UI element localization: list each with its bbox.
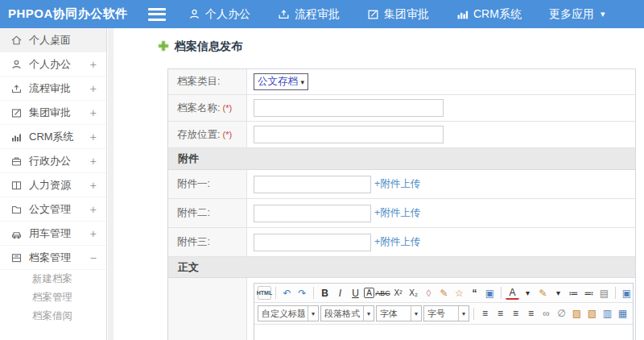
align-justify-icon[interactable]: ≡ (524, 307, 538, 321)
fullscreen-monitor-icon[interactable]: ▣ (620, 286, 634, 300)
editor-content-area[interactable] (254, 325, 633, 340)
custom-title-select[interactable]: 自定义标题 ▾ (258, 305, 319, 321)
link-icon[interactable]: ∞ (539, 307, 553, 321)
format-brush-icon[interactable]: ✎ (437, 286, 451, 300)
sidebar-subitem-archive-manage[interactable]: 档案管理 (0, 288, 106, 307)
attachment2-label: 附件二: (177, 206, 210, 220)
caret-down-icon[interactable]: ▾ (551, 286, 565, 300)
attachment3-input[interactable] (254, 234, 371, 251)
insert-media-icon[interactable]: ▥ (601, 307, 614, 321)
topnav-label: 流程审批 (295, 7, 340, 22)
app-logo: PHPOA协同办公软件 (0, 6, 137, 22)
sidebar-subitem-new-archive[interactable]: 新建档案 (0, 270, 106, 288)
insert-table-icon[interactable]: ▦ (616, 307, 630, 321)
location-label: 存放位置: (177, 128, 220, 142)
redo-icon[interactable]: ↷ (295, 286, 309, 300)
strikethrough-button[interactable]: ABC (376, 286, 390, 300)
topnav-workflow-approval[interactable]: 流程审批 (278, 7, 340, 22)
expand-plus-icon[interactable]: + (90, 106, 97, 119)
align-center-icon[interactable]: ≡ (493, 307, 507, 321)
expand-plus-icon[interactable]: + (90, 131, 97, 143)
attachment2-input[interactable] (254, 205, 371, 222)
attachment3-upload-link[interactable]: +附件上传 (374, 235, 420, 249)
subscript-button[interactable]: X₂ (407, 286, 420, 300)
undo-icon[interactable]: ↶ (280, 286, 294, 300)
ordered-list-icon[interactable]: ≔ (567, 286, 580, 300)
attachment2-upload-link[interactable]: +附件上传 (374, 206, 420, 220)
rich-text-editor: HTML ↶ ↷ B I U A ABC X² X₂ ◊ (254, 283, 634, 340)
new-document-icon[interactable]: ▤ (597, 286, 611, 300)
font-style-button[interactable]: A (364, 288, 374, 298)
topnav-crm[interactable]: CRM系统 (456, 7, 522, 22)
unordered-list-icon[interactable]: ≕ (582, 286, 596, 300)
editor-cell: HTML ↶ ↷ B I U A ABC X² X₂ ◊ (247, 278, 640, 340)
insert-image-icon[interactable]: ▨ (570, 307, 584, 321)
archive-name-input[interactable] (254, 99, 444, 117)
insert-image-alt-icon[interactable]: ▧ (585, 307, 599, 321)
category-select[interactable]: 公文存档 ▾ (254, 73, 308, 90)
sidebar-item-label: 个人桌面 (29, 33, 97, 48)
bold-button[interactable]: B (318, 286, 332, 300)
required-mark: (*) (222, 103, 232, 113)
name-label: 档案名称: (177, 102, 220, 115)
sidebar-item-document-mgmt[interactable]: 公文管理 + (0, 197, 106, 222)
storage-location-input[interactable] (254, 126, 444, 143)
eraser-icon[interactable]: ◊ (422, 286, 436, 300)
sidebar-item-label: 用车管理 (29, 226, 90, 241)
unlink-icon[interactable]: ∅ (555, 307, 568, 321)
caret-down-icon: ▾ (458, 306, 469, 321)
caret-down-icon[interactable]: ▾ (521, 286, 535, 300)
sidebar-item-group-approval[interactable]: 集团审批 + (0, 101, 106, 125)
expand-plus-icon[interactable]: + (90, 203, 97, 216)
attachment1-input[interactable] (254, 176, 371, 193)
autoformat-wand-icon[interactable]: ☆ (452, 286, 466, 300)
italic-button[interactable]: I (333, 286, 347, 300)
paragraph-format-select[interactable]: 段落格式 ▾ (320, 305, 374, 321)
html-source-button[interactable]: HTML (258, 286, 271, 300)
expand-plus-icon[interactable]: + (90, 155, 97, 168)
sidebar-item-desktop[interactable]: 个人桌面 (0, 28, 106, 52)
sidebar-item-label: 人力资源 (29, 178, 90, 193)
form-row-attachment-1: 附件一: +附件上传 (168, 170, 635, 199)
main-content: 档案信息发布 档案类目: 公文存档 ▾ 档案名称: (*) (114, 28, 644, 340)
expand-plus-icon[interactable]: + (90, 227, 97, 240)
sidebar-item-vehicle-mgmt[interactable]: 用车管理 + (0, 222, 106, 246)
sidebar-item-workflow-approval[interactable]: 流程审批 + (0, 77, 106, 101)
sidebar-item-archive-mgmt[interactable]: 档案管理 − (0, 246, 106, 270)
paste-icon[interactable]: ▣ (483, 286, 497, 300)
sidebar-gutter (108, 28, 114, 340)
sidebar-item-personal-office[interactable]: 个人办公 + (0, 52, 106, 77)
attachment1-upload-link[interactable]: +附件上传 (374, 177, 420, 191)
editor-toolbar-row2: 自定义标题 ▾ 段落格式 ▾ 字体 ▾ (254, 303, 633, 325)
sidebar-item-label: 流程审批 (29, 81, 90, 96)
menu-icon[interactable] (148, 8, 166, 21)
sidebar-item-label: CRM系统 (29, 130, 90, 144)
sidebar-item-crm[interactable]: CRM系统 + (0, 125, 106, 149)
topnav-label: 集团审批 (384, 7, 429, 22)
superscript-button[interactable]: X² (391, 286, 405, 300)
topnav-personal-office[interactable]: 个人办公 (188, 7, 250, 22)
blockquote-icon[interactable]: “ (468, 286, 481, 300)
font-color-button[interactable]: A (506, 286, 519, 300)
underline-button[interactable]: U (349, 286, 362, 300)
align-left-icon[interactable]: ≡ (478, 307, 492, 321)
topnav-group-approval[interactable]: 集团审批 (367, 7, 429, 22)
font-size-select[interactable]: 字号 ▾ (423, 305, 469, 321)
topnav-more-apps[interactable]: 更多应用 ▾ (549, 7, 605, 22)
topnav-label: CRM系统 (473, 7, 522, 22)
highlight-pen-icon[interactable]: ✎ (536, 286, 550, 300)
expand-plus-icon[interactable]: + (90, 179, 97, 192)
expand-plus-icon[interactable]: + (90, 82, 97, 95)
collapse-minus-icon[interactable]: − (90, 251, 97, 264)
font-family-select[interactable]: 字体 ▾ (376, 305, 422, 321)
top-bar: PHPOA协同办公软件 个人办公 流程审批 集团审批 CRM系统 更多应用 ▾ (0, 0, 644, 28)
sidebar-item-label: 行政办公 (29, 154, 90, 168)
sidebar-item-hr[interactable]: 人力资源 + (0, 173, 106, 197)
sidebar-item-admin-office[interactable]: 行政办公 + (0, 149, 106, 173)
editor-toolbar-row1: HTML ↶ ↷ B I U A ABC X² X₂ ◊ (254, 284, 633, 303)
sidebar-subitem-archive-borrow[interactable]: 档案借阅 (0, 307, 106, 325)
caret-down-icon: ▾ (308, 306, 318, 321)
expand-plus-icon[interactable]: + (90, 58, 97, 71)
edit-icon (367, 8, 379, 20)
align-right-icon[interactable]: ≡ (509, 307, 522, 321)
